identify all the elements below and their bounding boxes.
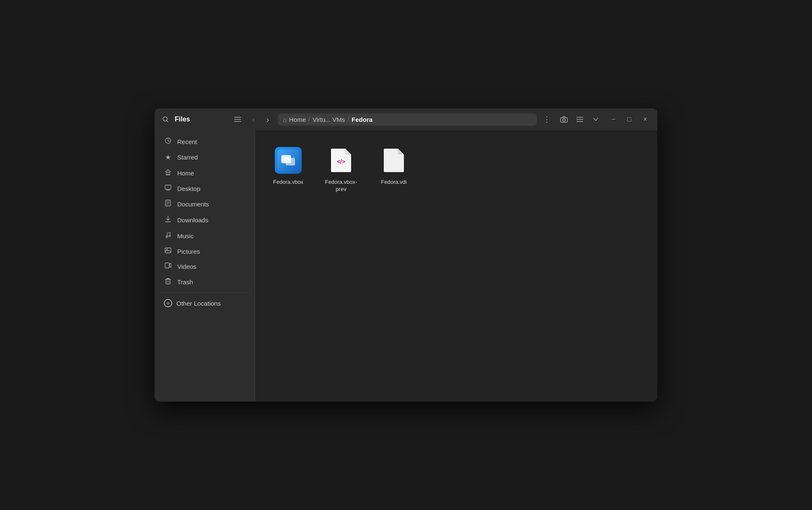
view-button[interactable] xyxy=(573,112,587,126)
sidebar-divider xyxy=(160,292,250,293)
sidebar-item-home[interactable]: Home xyxy=(157,165,252,180)
sidebar-label-desktop: Desktop xyxy=(177,185,200,192)
sidebar-item-music[interactable]: Music xyxy=(157,228,252,243)
svg-point-6 xyxy=(563,119,565,121)
sidebar-label-other-locations: Other Locations xyxy=(176,300,221,307)
back-button[interactable]: ‹ xyxy=(247,113,260,126)
home-icon: ⌂ xyxy=(283,116,287,123)
file-item-fedora-vdi[interactable]: Fedora.vdi xyxy=(371,140,417,198)
file-grid: Fedora.vbox </> Fedora.vbox-prev xyxy=(265,140,647,198)
sidebar-item-recent[interactable]: Recent xyxy=(157,134,252,149)
file-icon-vbox xyxy=(273,145,303,175)
file-label-vdi: Fedora.vdi xyxy=(381,179,406,186)
svg-point-20 xyxy=(166,236,168,238)
sidebar-item-downloads[interactable]: Downloads xyxy=(157,212,252,227)
svg-rect-12 xyxy=(167,173,169,175)
file-item-fedora-vbox[interactable]: Fedora.vbox xyxy=(265,140,311,198)
breadcrumb-home[interactable]: Home xyxy=(289,116,306,123)
close-button[interactable]: × xyxy=(638,112,652,126)
svg-text:</>: </> xyxy=(337,158,345,165)
sidebar-item-documents[interactable]: Documents xyxy=(157,196,252,211)
main-content: Fedora.vbox </> Fedora.vbox-prev xyxy=(255,130,657,402)
svg-point-21 xyxy=(169,235,171,237)
videos-icon xyxy=(164,263,172,270)
breadcrumb-middle[interactable]: Virtu... VMs xyxy=(313,116,345,123)
sidebar-label-documents: Documents xyxy=(177,201,209,208)
camera-icon xyxy=(560,116,568,123)
music-icon xyxy=(164,232,172,240)
sidebar-menu-button[interactable] xyxy=(232,113,243,125)
file-icon-vdi xyxy=(379,145,409,175)
file-label-vbox-prev: Fedora.vbox-prev xyxy=(323,179,359,193)
list-view-icon xyxy=(577,116,583,122)
forward-button[interactable]: › xyxy=(261,113,274,126)
plus-icon: + xyxy=(164,299,172,307)
svg-rect-13 xyxy=(165,185,171,189)
sidebar-label-downloads: Downloads xyxy=(177,216,208,224)
desktop-icon xyxy=(164,185,172,192)
sidebar-label-home: Home xyxy=(177,170,194,177)
navigation-buttons: ‹ › xyxy=(247,113,274,126)
sidebar: Recent ★ Starred Home Desktop xyxy=(155,130,255,402)
sort-button[interactable] xyxy=(589,112,603,126)
trash-icon xyxy=(164,278,172,286)
sidebar-label-trash: Trash xyxy=(177,278,193,286)
search-icon xyxy=(162,116,169,123)
sidebar-item-desktop[interactable]: Desktop xyxy=(157,181,252,196)
file-icon-vbox-prev: </> xyxy=(326,145,356,175)
svg-rect-22 xyxy=(165,248,171,253)
app-title: Files xyxy=(175,116,190,123)
file-label-vbox: Fedora.vbox xyxy=(273,179,303,186)
titlebar: Files ‹ › ⌂ Home / Virtu... VMs xyxy=(155,108,657,130)
file-item-fedora-vbox-prev[interactable]: </> Fedora.vbox-prev xyxy=(318,140,364,198)
svg-point-23 xyxy=(166,249,168,250)
breadcrumb: ⌂ Home / Virtu... VMs / Fedora xyxy=(278,113,537,126)
sidebar-label-starred: Starred xyxy=(177,154,198,161)
home-nav-icon xyxy=(164,169,172,177)
sidebar-item-trash[interactable]: Trash xyxy=(157,274,252,289)
breadcrumb-sep-2: / xyxy=(347,116,349,123)
sidebar-label-recent: Recent xyxy=(177,138,197,145)
sidebar-item-other-locations[interactable]: + Other Locations xyxy=(157,296,252,311)
hamburger-icon xyxy=(234,117,241,122)
sidebar-item-pictures[interactable]: Pictures xyxy=(157,244,252,258)
svg-rect-25 xyxy=(166,279,170,284)
sidebar-label-videos: Videos xyxy=(177,263,197,270)
file-manager-window: Files ‹ › ⌂ Home / Virtu... VMs xyxy=(155,108,657,402)
breadcrumb-sep-1: / xyxy=(308,116,310,123)
svg-rect-5 xyxy=(561,118,567,122)
window-controls: − □ × xyxy=(606,112,652,126)
sidebar-label-pictures: Pictures xyxy=(177,248,200,255)
sidebar-item-starred[interactable]: ★ Starred xyxy=(157,150,252,165)
sidebar-item-videos[interactable]: Videos xyxy=(157,259,252,273)
more-options-button[interactable]: ⋮ xyxy=(540,113,553,126)
documents-icon xyxy=(164,200,172,208)
content-area: Recent ★ Starred Home Desktop xyxy=(155,130,657,402)
minimize-button[interactable]: − xyxy=(606,112,621,126)
breadcrumb-current[interactable]: Fedora xyxy=(352,116,372,123)
pictures-icon xyxy=(164,247,172,255)
maximize-button[interactable]: □ xyxy=(622,112,636,126)
svg-line-1 xyxy=(167,121,168,122)
svg-rect-24 xyxy=(165,263,169,268)
search-button[interactable] xyxy=(160,113,171,125)
sort-icon xyxy=(593,118,598,121)
camera-button[interactable] xyxy=(557,112,571,126)
star-icon: ★ xyxy=(164,153,172,161)
svg-rect-30 xyxy=(286,158,295,165)
downloads-icon xyxy=(164,216,172,224)
sidebar-label-music: Music xyxy=(177,232,194,240)
toolbar-right xyxy=(557,112,603,126)
recent-icon xyxy=(164,137,172,146)
